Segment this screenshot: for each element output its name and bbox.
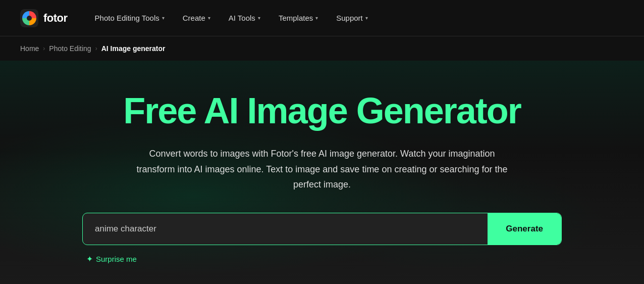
nav-item-photo-editing-tools[interactable]: Photo Editing Tools ▾	[88, 10, 172, 26]
surprise-me-button[interactable]: ✦ Surprise me	[82, 252, 141, 266]
hero-subtitle: Convert words to images with Fotor's fre…	[130, 146, 514, 193]
prompt-input[interactable]	[83, 213, 488, 245]
nav-item-create[interactable]: Create ▾	[176, 10, 218, 26]
nav-item-templates[interactable]: Templates ▾	[272, 10, 325, 26]
navigation: fotor Photo Editing Tools ▾ Create ▾ AI …	[0, 0, 644, 36]
chevron-down-icon-ai-tools: ▾	[258, 15, 260, 21]
logo-text: fotor	[43, 12, 68, 25]
breadcrumb-sep-2: ›	[95, 45, 97, 52]
search-box: Generate	[82, 213, 562, 245]
chevron-down-icon-support: ▾	[365, 15, 368, 21]
search-container: Generate ✦ Surprise me	[82, 213, 562, 266]
main-content: Free AI Image Generator Convert words to…	[0, 61, 644, 284]
breadcrumb: Home › Photo Editing › AI Image generato…	[0, 36, 644, 61]
breadcrumb-current: AI Image generator	[101, 44, 166, 53]
generate-button[interactable]: Generate	[488, 213, 561, 245]
chevron-down-icon-create: ▾	[208, 15, 210, 21]
nav-items: Photo Editing Tools ▾ Create ▾ AI Tools …	[88, 10, 624, 26]
hero-title: Free AI Image Generator	[123, 91, 521, 131]
logo[interactable]: fotor	[20, 9, 68, 27]
svg-point-2	[27, 16, 32, 21]
nav-label-templates: Templates	[279, 14, 313, 22]
breadcrumb-sep-1: ›	[43, 45, 45, 52]
chevron-down-icon-templates: ▾	[315, 15, 318, 21]
sparkle-icon: ✦	[86, 254, 93, 264]
logo-icon	[20, 9, 38, 27]
nav-label-photo-editing-tools: Photo Editing Tools	[95, 14, 159, 22]
nav-label-support: Support	[336, 14, 363, 22]
breadcrumb-photo-editing[interactable]: Photo Editing	[49, 44, 91, 53]
nav-label-create: Create	[183, 14, 205, 22]
surprise-me-label: Surprise me	[96, 255, 137, 263]
nav-item-support[interactable]: Support ▾	[329, 10, 375, 26]
chevron-down-icon-photo-editing: ▾	[162, 15, 165, 21]
nav-label-ai-tools: AI Tools	[229, 14, 255, 22]
breadcrumb-home[interactable]: Home	[20, 44, 39, 53]
nav-item-ai-tools[interactable]: AI Tools ▾	[222, 10, 267, 26]
